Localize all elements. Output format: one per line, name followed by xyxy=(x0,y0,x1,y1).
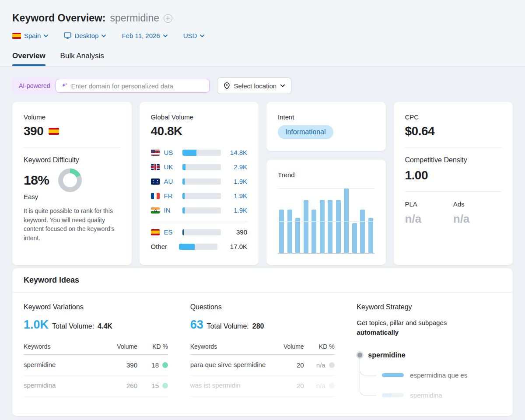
strategy-description-text: Get topics, pillar and subpages xyxy=(357,319,447,326)
trend-bar xyxy=(312,210,316,253)
table-row: spermidina 260 15 xyxy=(24,375,168,396)
keyword-difficulty-value: 18% xyxy=(24,173,49,188)
column-header-keywords: Keywords xyxy=(190,343,273,355)
kd-cell: 15 xyxy=(151,382,159,389)
domain-input[interactable] xyxy=(71,82,203,90)
metric-cards: Volume 390 Keyword Difficulty 18% Easy I… xyxy=(12,102,513,261)
volume-cell: 390 xyxy=(107,355,137,375)
country-code: US xyxy=(164,149,178,156)
country-code: AU xyxy=(164,178,178,185)
kd-dot-icon xyxy=(162,362,168,368)
device-filter-label: Desktop xyxy=(74,32,98,39)
tab-overview[interactable]: Overview xyxy=(12,52,46,66)
tree-connector xyxy=(360,358,376,396)
tab-bulk-analysis[interactable]: Bulk Analysis xyxy=(60,52,104,66)
global-volume-label: Global Volume xyxy=(151,113,248,121)
date-filter[interactable]: Feb 11, 2026 xyxy=(122,32,167,39)
trend-bar xyxy=(344,188,349,253)
chevron-down-icon xyxy=(102,35,106,37)
country-row-fr: FR 1.9K xyxy=(151,189,248,203)
country-row-in: IN 1.9K xyxy=(151,203,248,217)
country-row-uk: UK 2.9K xyxy=(151,160,248,174)
intent-label: Intent xyxy=(278,113,374,121)
select-location-button[interactable]: Select location xyxy=(217,77,292,94)
volume-bar-fill xyxy=(182,150,197,156)
kd-dot-icon xyxy=(162,383,168,388)
intent-trend-column: Intent Informational Trend xyxy=(266,102,386,265)
keyword-strategy-section: Keyword Strategy Get topics, pillar and … xyxy=(357,303,501,400)
add-keyword-icon[interactable] xyxy=(164,14,172,23)
chevron-down-icon xyxy=(280,84,285,87)
keyword-overview-page: Keyword Overview: spermidine Spain Deskt… xyxy=(0,0,525,420)
questions-count: 63 xyxy=(190,318,203,332)
volume-bar-track xyxy=(182,150,221,156)
keyword-ideas-title: Keyword ideas xyxy=(12,268,513,293)
chevron-down-icon xyxy=(200,35,204,37)
country-code: UK xyxy=(164,163,178,171)
competitive-density-label: Competitive Density xyxy=(405,156,502,164)
keyword-link[interactable]: para que sirve spermidine xyxy=(190,355,273,375)
country-code: FR xyxy=(164,192,178,200)
column-header-keywords: Keywords xyxy=(24,343,107,355)
trend-bar xyxy=(328,200,332,253)
spain-flag-icon xyxy=(12,33,21,39)
competitive-density-value: 1.00 xyxy=(405,168,502,182)
questions-title: Questions xyxy=(190,303,335,311)
intent-badge: Informational xyxy=(278,125,333,139)
volume-value: 390 xyxy=(24,124,43,138)
keyword-difficulty-label: Keyword Difficulty xyxy=(24,156,120,164)
variations-table: Keywords Volume KD % spermidine 390 18 s… xyxy=(24,343,168,396)
volume-bar-fill xyxy=(182,207,185,214)
trend-bar xyxy=(295,218,300,253)
trend-bar xyxy=(352,223,357,253)
in-flag-icon xyxy=(151,207,160,214)
keyword-link[interactable]: was ist spermidin xyxy=(190,375,273,396)
global-volume-value: 40.8K xyxy=(151,124,248,138)
country-volume: 1.9K xyxy=(225,206,248,214)
currency-filter[interactable]: USD xyxy=(183,32,205,39)
device-filter[interactable]: Desktop xyxy=(64,32,106,39)
sparkles-icon xyxy=(61,82,68,89)
strategy-child-label: spermidina xyxy=(410,392,442,399)
trend-bar xyxy=(304,200,308,253)
table-row: spermidine 390 18 xyxy=(24,355,168,375)
domain-input-box xyxy=(56,79,210,93)
tab-bar: Overview Bulk Analysis xyxy=(12,52,513,66)
kd-cell: 18 xyxy=(151,361,159,369)
country-volume: 17.0K xyxy=(222,243,248,250)
fr-flag-icon xyxy=(151,193,160,199)
ai-toolbar: AI-powered Select location xyxy=(12,77,513,94)
global-volume-card: Global Volume 40.8K US 14.8K UK 2.9K xyxy=(140,102,259,265)
keyword-link[interactable]: spermidina xyxy=(24,375,107,396)
page-header: Keyword Overview: spermidine Spain Deskt… xyxy=(0,0,525,66)
column-header-volume: Volume xyxy=(273,343,304,355)
country-row-us: US 14.8K xyxy=(151,145,248,160)
keyword-link[interactable]: spermidine xyxy=(24,355,107,375)
variations-total-label: Total Volume: xyxy=(52,322,94,330)
column-header-kd: KD % xyxy=(304,343,335,355)
country-code: IN xyxy=(164,206,178,214)
volume-bar-track xyxy=(182,229,221,235)
strategy-title: Keyword Strategy xyxy=(357,303,501,311)
variations-count: 1.0K xyxy=(24,318,49,332)
volume-bar-fill xyxy=(179,244,195,250)
kd-dot-icon xyxy=(329,383,335,388)
volume-card: Volume 390 Keyword Difficulty 18% Easy I… xyxy=(12,102,132,265)
keyword-ideas-panel: Keyword ideas Keyword Variations 1.0K To… xyxy=(12,268,513,416)
trend-bar xyxy=(368,218,373,253)
strategy-root-node: spermidine xyxy=(357,350,501,360)
country-filter[interactable]: Spain xyxy=(12,32,48,39)
volume-bar-fill xyxy=(182,164,186,170)
pla-value: n/a xyxy=(405,212,453,226)
volume-bar-fill xyxy=(182,193,185,199)
spain-flag-icon xyxy=(49,128,59,135)
currency-filter-label: USD xyxy=(183,32,197,39)
page-title-keyword: spermidine xyxy=(110,12,159,24)
ads-label: Ads xyxy=(453,200,501,208)
strategy-child-label: espermidina que es xyxy=(410,371,467,379)
location-pin-icon xyxy=(224,82,230,90)
uk-flag-icon xyxy=(151,164,160,170)
volume-bar-track xyxy=(182,178,221,185)
cpc-label: CPC xyxy=(405,113,502,121)
country-volume: 14.8K xyxy=(225,149,248,156)
